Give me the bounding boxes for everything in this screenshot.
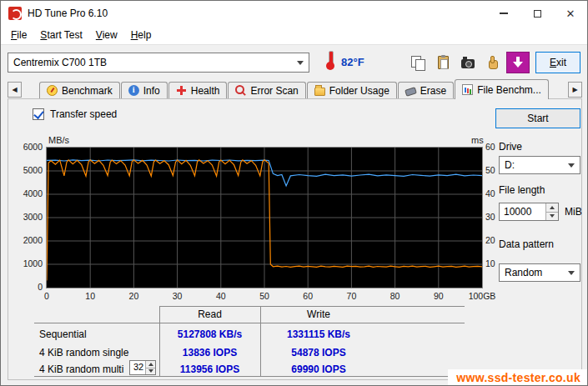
info-icon: [128, 85, 139, 96]
tab-file-benchm[interactable]: File Benchm...: [455, 79, 549, 99]
minimize-icon: [500, 13, 508, 14]
file-length-spinner[interactable]: 10000: [499, 203, 559, 221]
close-button[interactable]: ✕: [554, 1, 587, 26]
chart-canvas: [47, 148, 482, 288]
arrow-down-icon: [550, 214, 555, 218]
table-border: [34, 376, 465, 377]
spin-up-button[interactable]: [546, 203, 558, 213]
chevron-down-icon: [297, 61, 304, 65]
tab-label: Info: [143, 85, 160, 97]
spin-down-button[interactable]: [546, 213, 558, 221]
spin-down-button[interactable]: [146, 368, 155, 375]
error-scan-icon: [235, 85, 246, 96]
minimize-button[interactable]: [487, 1, 520, 26]
tab-error-scan[interactable]: Error Scan: [228, 82, 305, 98]
tab-info[interactable]: Info: [121, 82, 168, 98]
y-axis-right-unit: ms: [471, 135, 484, 145]
y-axis-left-unit: MB/s: [48, 135, 69, 145]
tab-label: Folder Usage: [329, 85, 389, 97]
sequential-write-value: 1331115 KB/s: [260, 328, 377, 340]
camera-icon: [461, 59, 475, 68]
column-header-read: Read: [159, 308, 260, 320]
data-pattern-select[interactable]: Random: [499, 263, 580, 282]
queue-depth-value[interactable]: 32: [130, 361, 145, 374]
tab-label: File Benchm...: [477, 84, 541, 96]
queue-depth-spinner[interactable]: 32: [129, 360, 156, 375]
chevron-down-icon: [568, 271, 575, 275]
data-pattern-label: Data pattern: [499, 238, 554, 250]
chevron-down-icon: [568, 163, 575, 168]
arrow-up-icon: [148, 363, 153, 366]
row-label-random-single: 4 KiB random single: [39, 347, 128, 358]
download-icon: [513, 57, 523, 68]
spin-up-button[interactable]: [146, 361, 155, 368]
tab-label: Erase: [420, 85, 446, 97]
start-button[interactable]: Start: [495, 108, 580, 128]
transfer-speed-label: Transfer speed: [50, 108, 117, 120]
tab-erase[interactable]: Erase: [398, 82, 454, 98]
pan-button[interactable]: [481, 52, 505, 73]
column-header-write: Write: [260, 308, 377, 320]
table-border: [34, 323, 465, 323]
erase-icon: [405, 87, 417, 97]
screenshot-button[interactable]: [456, 52, 480, 73]
folder-icon: [314, 88, 325, 96]
thermometer-icon: [324, 49, 336, 71]
random-multi-read-value: 113956 IOPS: [159, 363, 260, 375]
file-length-unit: MiB: [565, 206, 582, 218]
row-label-sequential: Sequential: [39, 328, 87, 340]
right-arrow-icon: ▶: [572, 86, 577, 93]
menu-file[interactable]: File: [4, 26, 33, 44]
device-select[interactable]: Centremix C700 1TB: [8, 53, 309, 73]
tab-strip: BenchmarkInfoHealthError ScanFolder Usag…: [39, 79, 550, 98]
titlebar: HD Tune Pro 6.10 ✕: [1, 1, 587, 26]
data-pattern-value: Random: [505, 267, 542, 278]
tab-benchmark[interactable]: Benchmark: [39, 82, 120, 98]
copy-button[interactable]: [406, 52, 430, 73]
table-border: [159, 306, 465, 307]
benchmark-icon: [47, 85, 58, 96]
clipboard-icon: [438, 56, 449, 69]
tab-scroll-right-button[interactable]: ▶: [568, 82, 582, 98]
results-table: Read Write Sequential 5127808 KB/s 13311…: [34, 306, 465, 376]
sequential-read-value: 5127808 KB/s: [159, 328, 260, 340]
maximize-button[interactable]: [520, 1, 554, 26]
menu-help[interactable]: Help: [124, 26, 158, 44]
file-length-spin-buttons: [545, 203, 558, 220]
transfer-speed-option[interactable]: Transfer speed: [33, 108, 117, 120]
row-label-random-multi: 4 KiB random multi: [39, 363, 123, 375]
tab-scroll-left-button[interactable]: ◀: [8, 82, 22, 98]
close-icon: ✕: [566, 8, 575, 20]
save-results-button[interactable]: [506, 52, 530, 73]
arrow-down-icon: [148, 369, 153, 373]
transfer-speed-checkbox[interactable]: [33, 108, 44, 120]
drive-select-value: D:: [505, 159, 515, 171]
device-select-value: Centremix C700 1TB: [13, 57, 107, 68]
file-length-label: File length: [499, 184, 545, 196]
tab-label: Health: [191, 85, 220, 97]
menubar: FileStart TestViewHelp: [1, 26, 587, 44]
file-benchmark-icon: [462, 84, 473, 95]
exit-button[interactable]: Exit: [535, 52, 580, 73]
random-single-read-value: 13836 IOPS: [159, 347, 260, 358]
menu-view[interactable]: View: [89, 26, 124, 44]
tab-health[interactable]: Health: [168, 82, 228, 98]
window-title: HD Tune Pro 6.10: [28, 1, 108, 26]
maximize-icon: [534, 10, 541, 18]
drive-select[interactable]: D:: [499, 156, 580, 174]
tab-folder-usage[interactable]: Folder Usage: [307, 82, 397, 98]
arrow-up-icon: [550, 206, 555, 209]
app-icon: [8, 7, 22, 20]
left-arrow-icon: ◀: [12, 86, 17, 93]
transfer-speed-chart: [46, 147, 483, 288]
copy-to-clipboard-button[interactable]: [431, 52, 455, 73]
hand-icon: [489, 60, 498, 69]
tab-label: Benchmark: [62, 85, 113, 97]
menu-start-test[interactable]: Start Test: [33, 26, 88, 44]
random-single-write-value: 54878 IOPS: [260, 347, 377, 358]
drive-label: Drive: [499, 141, 522, 153]
file-length-value[interactable]: 10000: [500, 203, 545, 220]
random-multi-write-value: 69990 IOPS: [260, 363, 377, 375]
copy-icon: [411, 56, 425, 69]
watermark: www.ssd-tester.co.uk: [448, 369, 587, 385]
